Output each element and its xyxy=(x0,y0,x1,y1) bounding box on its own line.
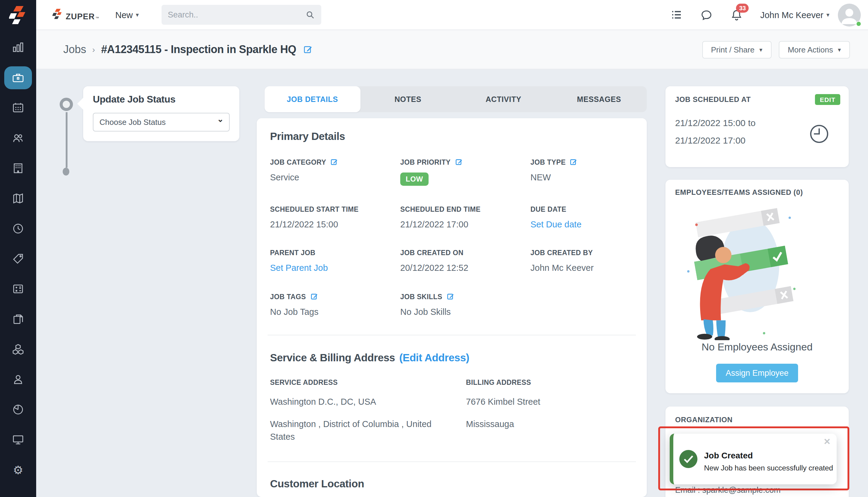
chevron-down-icon: ▾ xyxy=(838,46,841,53)
status-timeline-node xyxy=(60,98,73,111)
status-timeline-end-node xyxy=(63,168,69,175)
sidebar-item-reports[interactable] xyxy=(4,398,32,421)
sidebar-item-organization[interactable] xyxy=(4,157,32,180)
user-dropdown[interactable]: John Mc Keever ▾ xyxy=(760,10,829,19)
search-icon[interactable] xyxy=(305,10,315,20)
field-value: No Job Tags xyxy=(270,307,400,317)
messages-button[interactable] xyxy=(700,8,713,22)
sidebar-item-documents[interactable] xyxy=(4,308,32,330)
edit-icon[interactable] xyxy=(570,158,578,166)
sidebar-item-settings[interactable]: ⚙ xyxy=(4,458,32,481)
clock-icon xyxy=(12,222,25,235)
job-tabs: JOB DETAILS NOTES ACTIVITY MESSAGES xyxy=(265,86,647,112)
field-label: JOB CATEGORY xyxy=(270,158,326,166)
edit-icon xyxy=(304,45,313,54)
priority-badge: LOW xyxy=(400,172,429,186)
notifications-button[interactable]: 33 xyxy=(730,8,743,22)
search-input[interactable] xyxy=(168,10,305,19)
field-created-on: JOB CREATED ON 20/12/2022 12:52 xyxy=(400,249,530,273)
task-list-button[interactable] xyxy=(670,9,683,21)
print-share-label: Print / Share xyxy=(711,45,755,54)
zuper-logo[interactable]: ZUPER ™ xyxy=(53,9,99,21)
sidebar-item-more[interactable] xyxy=(4,488,32,497)
sidebar-item-jobs[interactable] xyxy=(4,66,32,89)
breadcrumb-jobs-link[interactable]: Jobs xyxy=(63,43,86,56)
global-search xyxy=(162,5,322,25)
field-created-by: JOB CREATED BY John Mc Keever xyxy=(530,249,633,273)
chevron-down-icon: ▾ xyxy=(760,46,763,53)
sidebar-item-timesheets[interactable] xyxy=(4,217,32,240)
section-divider xyxy=(268,335,636,335)
sidebar-nav: ⚙ xyxy=(0,36,36,497)
brand-trademark: ™ xyxy=(95,16,99,20)
tab-messages[interactable]: MESSAGES xyxy=(551,86,647,112)
sidebar-item-map[interactable] xyxy=(4,187,32,210)
more-actions-button[interactable]: More Actions ▾ xyxy=(779,41,850,58)
edit-address-link[interactable]: (Edit Address) xyxy=(399,352,469,364)
map-icon xyxy=(12,192,25,205)
print-share-button[interactable]: Print / Share ▾ xyxy=(702,41,771,58)
field-value: NEW xyxy=(530,172,633,182)
field-value: John Mc Keever xyxy=(530,263,633,273)
new-dropdown-label: New xyxy=(115,10,133,19)
sidebar-item-estimates[interactable] xyxy=(4,278,32,300)
sidebar-item-analytics[interactable] xyxy=(4,36,32,59)
tag-icon xyxy=(12,252,25,265)
pie-chart-icon xyxy=(12,403,25,416)
update-job-status-title: Update Job Status xyxy=(93,94,230,105)
field-job-skills: JOB SKILLS No Job Skills xyxy=(400,293,530,317)
sidebar: ⚙ xyxy=(0,0,36,497)
edit-title-button[interactable] xyxy=(304,45,313,54)
sidebar-item-dispatch-board[interactable] xyxy=(4,97,32,119)
address-heading: Service & Billing Address xyxy=(270,352,395,364)
field-label: JOB SKILLS xyxy=(400,293,442,300)
service-address-line2: Washington , District of Columbia , Unit… xyxy=(270,418,466,443)
edit-icon[interactable] xyxy=(455,158,462,166)
set-parent-job-link[interactable]: Set Parent Job xyxy=(270,263,400,273)
edit-schedule-badge[interactable]: EDIT xyxy=(815,94,840,105)
assign-employee-button[interactable]: Assign Employee xyxy=(716,364,798,382)
calendar-icon xyxy=(12,101,25,115)
job-created-toast: Job Created New Job has been successfull… xyxy=(670,434,837,484)
edit-icon[interactable] xyxy=(310,293,318,300)
field-value: Service xyxy=(270,172,400,182)
section-divider xyxy=(268,462,636,462)
edit-icon[interactable] xyxy=(330,158,338,166)
avatar[interactable] xyxy=(838,3,861,26)
tab-job-details[interactable]: JOB DETAILS xyxy=(265,86,360,112)
job-scheduled-title: JOB SCHEDULED AT xyxy=(675,95,839,104)
sidebar-item-customers[interactable] xyxy=(4,127,32,150)
field-due-date: DUE DATE Set Due date xyxy=(530,206,633,229)
job-status-select[interactable]: Choose Job Status xyxy=(93,113,230,131)
user-name: John Mc Keever xyxy=(760,10,823,19)
field-label: JOB TAGS xyxy=(270,293,306,300)
field-job-category: JOB CATEGORY Service xyxy=(270,158,400,186)
users-icon xyxy=(12,131,25,145)
sidebar-item-profile[interactable] xyxy=(4,368,32,391)
close-icon[interactable]: ✕ xyxy=(824,437,830,446)
sidebar-item-assets[interactable] xyxy=(4,338,32,361)
tab-activity[interactable]: ACTIVITY xyxy=(456,86,551,112)
building-icon xyxy=(12,162,25,175)
address-grid: SERVICE ADDRESS Washington D.C., DC, USA… xyxy=(270,379,633,443)
chat-icon xyxy=(700,8,713,22)
monitor-icon xyxy=(12,433,25,446)
field-job-type: JOB TYPE NEW xyxy=(530,158,633,186)
sidebar-item-monitor[interactable] xyxy=(4,428,32,451)
zuper-sidebar-logo[interactable] xyxy=(0,0,36,30)
breadcrumb-separator: › xyxy=(92,45,95,54)
field-value: 20/12/2022 12:52 xyxy=(400,263,530,273)
set-due-date-link[interactable]: Set Due date xyxy=(530,219,633,229)
job-scheduled-card: JOB SCHEDULED AT EDIT 21/12/2022 15:00 t… xyxy=(665,86,849,167)
new-dropdown[interactable]: New ▾ xyxy=(115,10,139,19)
sidebar-item-tags[interactable] xyxy=(4,247,32,270)
edit-icon[interactable] xyxy=(446,293,454,300)
tab-notes[interactable]: NOTES xyxy=(360,86,456,112)
update-job-status-panel: Update Job Status Choose Job Status xyxy=(83,86,239,141)
no-employees-illustration xyxy=(675,200,839,340)
notification-badge: 33 xyxy=(736,3,749,12)
field-value: No Job Skills xyxy=(400,307,530,317)
more-actions-label: More Actions xyxy=(788,45,833,54)
field-label: PARENT JOB xyxy=(270,249,315,256)
zuper-mark-icon xyxy=(9,5,27,25)
